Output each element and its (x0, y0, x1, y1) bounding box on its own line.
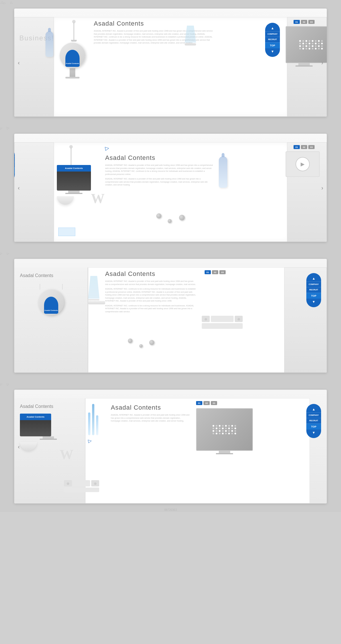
sidenav-up-arrow-3[interactable]: ▲ (312, 275, 315, 282)
sidenav-up-arrow-4[interactable]: ▲ (312, 406, 315, 412)
sidenav-down-arrow[interactable]: ▼ (271, 48, 274, 55)
right-widget-1: 01 02 03 (286, 20, 323, 67)
central-content-4: Asadal Contents ASADAL INTERNET INC. Asa… (111, 404, 190, 423)
sidenav-down-arrow-3[interactable]: ▼ (312, 299, 315, 305)
w-letter-4: W (60, 447, 73, 462)
sec1-content: Business! Asadal Contents (14, 9, 327, 117)
w-letter-2: W (91, 191, 105, 206)
sec4-content: Asadal Contents Asadal Contents W (14, 390, 327, 503)
section-2: ▷ ◁ ▷ ‹ › ▲ COMPANY RECRUIT TOP ▼ (0, 125, 341, 250)
prev-arrow-2[interactable]: ‹ (15, 182, 22, 193)
pagination-3: 01 02 03 (205, 270, 226, 274)
monitor-4-screen: Asadal Contents (20, 414, 51, 436)
plane-icon: ◁ (0, 1, 3, 5)
plane-icon: ▷ (7, 251, 9, 255)
plane-icon: ▷ (0, 126, 3, 130)
plane-icon: ▷ (7, 126, 9, 130)
central-content-2: ▷ Asadal Contents ASADAL INTERNET INC. A… (105, 145, 213, 187)
bottle-decoration (45, 31, 53, 57)
blue-plane-icon: ▷ (105, 145, 110, 152)
pagination-4: 01 02 03 (196, 401, 217, 405)
sphere-s3-2 (139, 344, 143, 348)
section-1-inner: ‹ › Business! (14, 9, 327, 117)
video-widget[interactable]: ▶ (286, 151, 320, 177)
sidenav-up-arrow[interactable]: ▲ (271, 25, 274, 31)
left-content-3: Asadal Contents Asadal Contents (20, 273, 82, 315)
lamp-decoration (71, 20, 77, 42)
plane-icon: ◁ (3, 252, 6, 255)
section-1: ◁ ▷ ◁ ▷ ‹ › Business! (0, 0, 341, 125)
right-widget-2: 01 02 03 ▶ (286, 145, 323, 177)
fountain-3 (88, 276, 99, 310)
plane-icon: ◁ (7, 1, 10, 5)
monitor-widget-4 (196, 408, 253, 454)
sidenav-down-arrow-4[interactable]: ▼ (312, 430, 315, 436)
plane-icon: ▷ (0, 251, 3, 255)
sphere-deco-2 (168, 219, 172, 223)
blue-rect-deco (58, 228, 75, 236)
plane-icon: ▷ (3, 1, 7, 5)
watermark: 08726363 (0, 508, 341, 511)
speaker-left: ◎ (202, 316, 210, 322)
sec2-content: ▲ COMPANY RECRUIT TOP ▼ Asadal Conten (14, 134, 327, 242)
speaker-left-4: ◎ (64, 480, 72, 486)
sphere-deco-1 (156, 213, 161, 218)
soundbar-3: ◎ ◎ (202, 316, 243, 329)
monitor-widget-1 (286, 26, 323, 67)
hanging-chair-3: Asadal Contents (20, 284, 82, 315)
section-4: ▷ ◁ ▷ ‹ Asadal Contents Asadal Contents (0, 381, 341, 512)
play-button[interactable]: ▶ (296, 157, 310, 171)
sphere-s3-1 (128, 338, 132, 343)
plane-icon: ◁ (3, 383, 6, 386)
sphere-s3-3 (149, 340, 154, 345)
section-2-inner: ‹ › ▲ COMPANY RECRUIT TOP ▼ (14, 134, 327, 242)
blue-plane-icon-4: ▷ (88, 438, 92, 444)
section-3-inner: Asadal Contents Asadal Contents (14, 259, 327, 373)
fountain-4: ▷ (88, 401, 98, 443)
sphere-deco-3 (179, 215, 185, 220)
bottle-2 (219, 156, 227, 188)
plane-icon: ▷ (6, 382, 9, 386)
plane-icon: ◁ (10, 251, 14, 255)
speaker-right: ◎ (235, 316, 243, 322)
prev-arrow-4[interactable]: ‹ (15, 441, 22, 452)
section-3: ▷ ◁ ▷ ◁ Asadal Contents Asadal Con (0, 250, 341, 381)
plane-icon: ▷ (0, 382, 3, 386)
sec3-content: Asadal Contents Asadal Contents (14, 259, 327, 373)
monitor-2: Asadal Contents (57, 165, 91, 205)
fountain-decoration (185, 26, 196, 54)
plane-icon: ◁ (3, 127, 6, 130)
speaker-right-4: ◎ (91, 480, 99, 486)
lamp-2 (68, 145, 74, 167)
prev-arrow[interactable]: ‹ (15, 57, 22, 68)
soundbar-4: ◎ ◎ (64, 480, 99, 492)
plane-icon: ▷ (10, 1, 13, 5)
central-content-3: Asadal Contents ASADAL INTERNET INC. Asa… (105, 270, 196, 313)
next-arrow[interactable]: › (319, 57, 326, 68)
section-4-inner: ‹ Asadal Contents Asadal Contents W (14, 390, 327, 503)
left-content-4: Asadal Contents Asadal Contents (20, 404, 77, 451)
chair-decoration: Asadal Contents (60, 43, 85, 79)
next-arrow-2[interactable]: › (319, 182, 326, 193)
